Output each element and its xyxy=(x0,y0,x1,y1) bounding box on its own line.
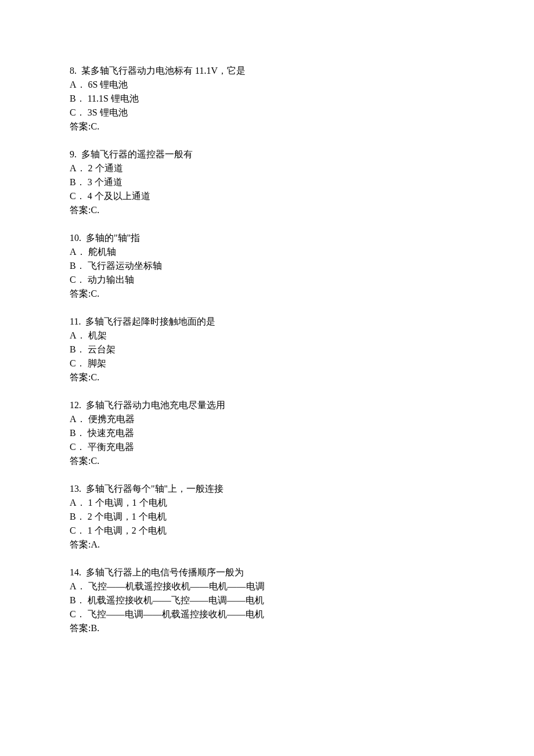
question-stem: 13. 多轴飞行器每个"轴"上，一般连接 xyxy=(70,482,464,496)
question-block: 13. 多轴飞行器每个"轴"上，一般连接A． 1 个电调，1 个电机B． 2 个… xyxy=(70,482,464,552)
answer-label: 答案: xyxy=(70,205,91,215)
answer-line: 答案:A. xyxy=(70,538,464,552)
answer-value: C. xyxy=(91,121,99,131)
option-line: C． 脚架 xyxy=(70,357,464,370)
answer-label: 答案: xyxy=(70,456,91,466)
answer-label: 答案: xyxy=(70,623,91,633)
question-stem: 10. 多轴的"轴"指 xyxy=(70,231,464,245)
option-label: B． xyxy=(70,261,85,271)
option-line: B． 快速充电器 xyxy=(70,426,464,440)
option-line: B． 飞行器运动坐标轴 xyxy=(70,259,464,273)
option-text: 脚架 xyxy=(88,358,106,368)
question-number: 8. xyxy=(70,66,77,75)
document-page: 8. 某多轴飞行器动力电池标有 11.1V，它是A． 6S 锂电池B． 11.1… xyxy=(0,0,534,756)
option-line: A． 飞控——机载遥控接收机——电机——电调 xyxy=(70,579,464,593)
question-stem: 11. 多轴飞行器起降时接触地面的是 xyxy=(70,315,464,329)
option-line: C． 4 个及以上通道 xyxy=(70,189,464,203)
option-label: A． xyxy=(70,247,86,257)
question-text: 多轴飞行器每个"轴"上，一般连接 xyxy=(86,484,223,494)
answer-value: C. xyxy=(91,372,99,382)
option-text: 云台架 xyxy=(88,344,116,354)
option-text: 机载遥控接收机——飞控——电调——电机 xyxy=(88,595,264,605)
question-number: 12. xyxy=(70,400,81,410)
option-line: C． 平衡充电器 xyxy=(70,440,464,454)
question-block: 8. 某多轴飞行器动力电池标有 11.1V，它是A． 6S 锂电池B． 11.1… xyxy=(70,64,464,134)
option-line: A． 2 个通道 xyxy=(70,161,464,175)
option-label: A． xyxy=(70,163,86,173)
option-line: A． 舵机轴 xyxy=(70,245,464,259)
option-text: 平衡充电器 xyxy=(88,442,134,452)
option-line: B． 云台架 xyxy=(70,343,464,357)
option-label: C． xyxy=(70,107,85,117)
question-number: 10. xyxy=(70,233,81,243)
question-number: 11. xyxy=(70,316,81,326)
option-label: C． xyxy=(70,275,85,285)
option-label: B． xyxy=(70,344,85,354)
question-text: 多轴的"轴"指 xyxy=(86,233,140,243)
option-line: B． 11.1S 锂电池 xyxy=(70,92,464,106)
option-line: C． 飞控——电调——机载遥控接收机——电机 xyxy=(70,607,464,621)
question-stem: 8. 某多轴飞行器动力电池标有 11.1V，它是 xyxy=(70,64,464,78)
option-line: C． 1 个电调，2 个电机 xyxy=(70,524,464,538)
answer-line: 答案:C. xyxy=(70,203,464,217)
option-label: C． xyxy=(70,191,85,201)
answer-label: 答案: xyxy=(70,121,91,131)
answer-label: 答案: xyxy=(70,539,91,549)
option-text: 机架 xyxy=(88,330,107,340)
option-text: 飞控——电调——机载遥控接收机——电机 xyxy=(88,609,264,619)
question-block: 14. 多轴飞行器上的电信号传播顺序一般为A． 飞控——机载遥控接收机——电机—… xyxy=(70,566,464,635)
option-label: A． xyxy=(70,581,86,591)
option-line: A． 机架 xyxy=(70,329,464,343)
option-label: A． xyxy=(70,330,86,340)
option-text: 1 个电调，1 个电机 xyxy=(88,498,167,507)
question-block: 12. 多轴飞行器动力电池充电尽量选用A． 便携充电器B． 快速充电器C． 平衡… xyxy=(70,398,464,468)
option-label: A． xyxy=(70,80,86,89)
option-label: C． xyxy=(70,525,85,535)
answer-line: 答案:C. xyxy=(70,370,464,384)
option-line: B． 2 个电调，1 个电机 xyxy=(70,510,464,524)
option-text: 2 个通道 xyxy=(88,163,123,173)
answer-value: C. xyxy=(91,205,99,215)
option-label: C． xyxy=(70,442,85,452)
option-line: A． 6S 锂电池 xyxy=(70,78,464,92)
option-label: C． xyxy=(70,609,85,619)
option-label: B． xyxy=(70,177,85,187)
question-text: 多轴飞行器的遥控器一般有 xyxy=(81,149,193,159)
answer-label: 答案: xyxy=(70,289,91,298)
option-text: 动力输出轴 xyxy=(88,275,134,285)
answer-value: A. xyxy=(91,539,100,549)
option-line: C． 动力输出轴 xyxy=(70,273,464,287)
answer-line: 答案:C. xyxy=(70,454,464,468)
question-stem: 12. 多轴飞行器动力电池充电尽量选用 xyxy=(70,398,464,412)
option-line: B． 机载遥控接收机——飞控——电调——电机 xyxy=(70,593,464,607)
option-label: A． xyxy=(70,498,86,507)
option-text: 3S 锂电池 xyxy=(88,107,128,117)
option-text: 便携充电器 xyxy=(88,414,135,424)
option-label: B． xyxy=(70,428,85,438)
option-label: B． xyxy=(70,512,85,521)
questions-container: 8. 某多轴飞行器动力电池标有 11.1V，它是A． 6S 锂电池B． 11.1… xyxy=(70,64,464,635)
option-line: B． 3 个通道 xyxy=(70,175,464,189)
option-line: A． 便携充电器 xyxy=(70,412,464,426)
answer-line: 答案:B. xyxy=(70,621,464,635)
option-label: C． xyxy=(70,358,85,368)
question-block: 10. 多轴的"轴"指A． 舵机轴B． 飞行器运动坐标轴C． 动力输出轴答案:C… xyxy=(70,231,464,301)
question-number: 14. xyxy=(70,567,81,577)
question-block: 9. 多轴飞行器的遥控器一般有A． 2 个通道B． 3 个通道C． 4 个及以上… xyxy=(70,147,464,217)
answer-value: C. xyxy=(91,289,99,298)
question-text: 多轴飞行器动力电池充电尽量选用 xyxy=(86,400,225,410)
option-line: A． 1 个电调，1 个电机 xyxy=(70,496,464,510)
answer-value: C. xyxy=(91,456,99,466)
question-block: 11. 多轴飞行器起降时接触地面的是A． 机架B． 云台架C． 脚架答案:C. xyxy=(70,315,464,384)
answer-value: B. xyxy=(91,623,99,633)
option-label: A． xyxy=(70,414,86,424)
option-text: 1 个电调，2 个电机 xyxy=(88,525,167,535)
option-text: 舵机轴 xyxy=(88,247,116,257)
option-text: 6S 锂电池 xyxy=(88,80,128,89)
question-number: 9. xyxy=(70,149,77,159)
option-text: 2 个电调，1 个电机 xyxy=(88,512,167,521)
option-text: 飞行器运动坐标轴 xyxy=(88,261,162,271)
answer-line: 答案:C. xyxy=(70,287,464,301)
option-line: C． 3S 锂电池 xyxy=(70,106,464,120)
question-stem: 14. 多轴飞行器上的电信号传播顺序一般为 xyxy=(70,566,464,579)
